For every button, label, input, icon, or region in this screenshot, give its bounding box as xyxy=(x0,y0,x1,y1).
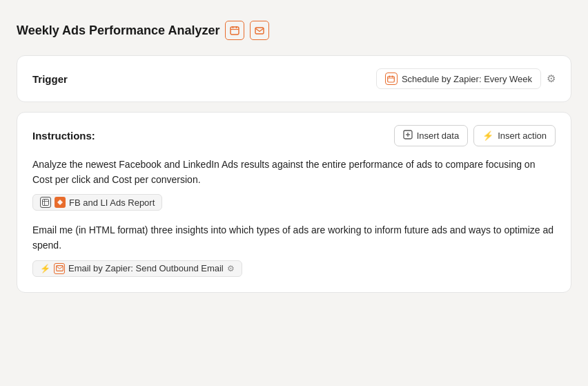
insert-data-button[interactable]: Insert data xyxy=(394,125,468,146)
trigger-badge[interactable]: Schedule by Zapier: Every Week xyxy=(376,68,541,89)
chip-data-icon xyxy=(40,197,51,208)
instructions-card: Instructions: Insert data ⚡ Insert actio… xyxy=(17,112,571,293)
calendar-icon[interactable] xyxy=(225,21,244,40)
svg-rect-0 xyxy=(231,27,239,35)
trigger-badge-text: Schedule by Zapier: Every Week xyxy=(402,74,532,84)
trigger-gear-icon[interactable]: ⚙ xyxy=(547,73,556,85)
chip-email-icon xyxy=(54,263,65,274)
page-title-row: Weekly Ads Performance Analyzer xyxy=(17,21,571,40)
instructions-label: Instructions: xyxy=(32,130,95,142)
trigger-label: Trigger xyxy=(32,73,68,85)
chip-gear-icon[interactable]: ⚙ xyxy=(227,264,235,273)
trigger-card: Trigger Schedule by Zapier: Every Week ⚙ xyxy=(17,55,571,102)
svg-rect-12 xyxy=(43,200,49,206)
fb-ads-chip-label: FB and LI Ads Report xyxy=(69,197,155,208)
instructions-actions: Insert data ⚡ Insert action xyxy=(394,125,556,146)
insert-action-icon: ⚡ xyxy=(482,131,493,141)
email-action-chip[interactable]: ⚡ Email by Zapier: Send Outbound Email ⚙ xyxy=(32,260,242,277)
email-chip-label: Email by Zapier: Send Outbound Email xyxy=(68,263,224,273)
svg-rect-4 xyxy=(255,28,264,34)
svg-rect-15 xyxy=(56,266,63,271)
insert-data-icon xyxy=(403,130,413,142)
schedule-icon xyxy=(385,73,398,85)
chip-lightning-icon: ⚡ xyxy=(40,264,50,273)
instructions-header: Instructions: Insert data ⚡ Insert actio… xyxy=(32,125,556,146)
page-title: Weekly Ads Performance Analyzer xyxy=(17,23,219,38)
instruction-paragraph-1: Analyze the newest Facebook and LinkedIn… xyxy=(32,157,556,187)
trigger-right: Schedule by Zapier: Every Week ⚙ xyxy=(376,68,556,89)
svg-rect-5 xyxy=(388,76,395,82)
insert-data-label: Insert data xyxy=(417,131,459,141)
insert-action-label: Insert action xyxy=(498,131,547,141)
email-icon[interactable] xyxy=(250,21,269,40)
insert-action-button[interactable]: ⚡ Insert action xyxy=(473,125,556,146)
zapier-logo-icon xyxy=(55,197,66,208)
fb-ads-chip[interactable]: FB and LI Ads Report xyxy=(32,194,162,211)
instruction-paragraph-2: Email me (in HTML format) three insights… xyxy=(32,223,556,253)
